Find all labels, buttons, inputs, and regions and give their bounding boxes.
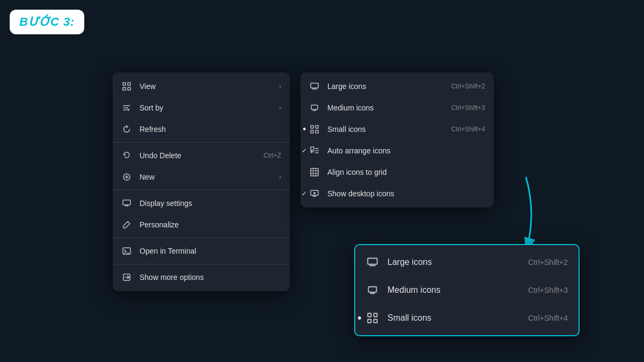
separator-3 bbox=[113, 238, 290, 238]
auto-arrange-label: Auto arrange icons bbox=[327, 146, 485, 155]
new-label: New bbox=[140, 173, 267, 181]
svg-rect-9 bbox=[311, 105, 318, 109]
menu-item-new[interactable]: New › bbox=[113, 166, 290, 188]
submenu-item-show-desktop[interactable]: ✓ Show desktop icons bbox=[301, 183, 494, 204]
menu-item-personalize[interactable]: Personalize bbox=[113, 214, 290, 235]
show-desktop-check: ✓ bbox=[302, 190, 307, 197]
zoomed-small-icon bbox=[366, 312, 379, 324]
svg-point-17 bbox=[313, 192, 316, 194]
terminal-icon bbox=[121, 246, 132, 256]
personalize-icon bbox=[121, 219, 132, 230]
submenu-item-auto-arrange[interactable]: ✓ Auto arrange icons bbox=[301, 140, 494, 161]
menu-item-sort-by[interactable]: Sort by › bbox=[113, 97, 290, 119]
svg-rect-15 bbox=[311, 168, 318, 176]
zoomed-large-icons[interactable]: Large icons Ctrl+Shift+2 bbox=[355, 248, 579, 276]
new-arrow: › bbox=[279, 173, 281, 181]
submenu-item-medium-icons[interactable]: Medium icons Ctrl+Shift+3 bbox=[301, 97, 494, 119]
zoomed-medium-label: Medium icons bbox=[387, 285, 519, 295]
menu-item-show-more[interactable]: Show more options bbox=[113, 267, 290, 288]
zoomed-medium-icons[interactable]: Medium icons Ctrl+Shift+3 bbox=[355, 276, 579, 304]
large-icons-shortcut: Ctrl+Shift+2 bbox=[451, 83, 485, 90]
small-icons-icon bbox=[309, 124, 320, 135]
svg-rect-8 bbox=[311, 83, 318, 88]
svg-rect-0 bbox=[123, 83, 126, 85]
medium-icons-shortcut: Ctrl+Shift+3 bbox=[451, 104, 485, 112]
zoomed-large-shortcut: Ctrl+Shift+2 bbox=[528, 258, 568, 267]
svg-rect-2 bbox=[123, 87, 126, 90]
zoomed-medium-icon bbox=[366, 284, 379, 297]
view-submenu: Large icons Ctrl+Shift+2 Medium icons Ct… bbox=[301, 72, 494, 208]
refresh-icon bbox=[121, 124, 132, 135]
personalize-label: Personalize bbox=[140, 220, 281, 229]
small-icons-dot: • bbox=[303, 124, 306, 134]
submenu-item-align-grid[interactable]: Align icons to grid bbox=[301, 161, 494, 183]
show-desktop-label: Show desktop icons bbox=[327, 189, 485, 198]
zoomed-small-dot: • bbox=[357, 312, 362, 324]
svg-rect-3 bbox=[128, 87, 130, 90]
svg-rect-13 bbox=[316, 130, 318, 133]
small-icons-shortcut: Ctrl+Shift+4 bbox=[451, 125, 485, 133]
left-context-menu: View › Sort by › Refresh Undo Delete Ctr… bbox=[113, 72, 290, 291]
svg-rect-23 bbox=[368, 320, 371, 323]
svg-rect-20 bbox=[369, 287, 377, 292]
step-badge: BƯỚC 3: bbox=[10, 10, 84, 34]
show-more-label: Show more options bbox=[140, 273, 281, 282]
menu-item-undo-delete[interactable]: Undo Delete Ctrl+Z bbox=[113, 145, 290, 166]
sort-arrow: › bbox=[279, 104, 281, 112]
medium-icons-icon bbox=[309, 102, 320, 113]
svg-rect-6 bbox=[123, 248, 130, 254]
separator-2 bbox=[113, 190, 290, 190]
display-icon bbox=[121, 198, 132, 209]
large-icons-label: Large icons bbox=[327, 82, 444, 91]
zoomed-small-icons[interactable]: • Small icons Ctrl+Shift+4 bbox=[355, 304, 579, 332]
svg-rect-21 bbox=[368, 313, 371, 316]
zoomed-large-label: Large icons bbox=[387, 257, 519, 267]
align-grid-icon bbox=[309, 167, 320, 178]
show-more-icon bbox=[121, 272, 132, 283]
sort-icon bbox=[121, 102, 132, 113]
zoomed-large-icon bbox=[366, 256, 379, 269]
large-icons-icon bbox=[309, 81, 320, 92]
auto-arrange-icon bbox=[309, 145, 320, 156]
menu-item-terminal[interactable]: Open in Terminal bbox=[113, 240, 290, 262]
svg-rect-11 bbox=[316, 125, 318, 128]
menu-item-refresh[interactable]: Refresh bbox=[113, 119, 290, 140]
terminal-label: Open in Terminal bbox=[140, 247, 281, 255]
svg-rect-24 bbox=[374, 320, 377, 323]
svg-rect-22 bbox=[374, 313, 377, 316]
svg-rect-12 bbox=[311, 130, 313, 133]
separator-4 bbox=[113, 264, 290, 264]
show-desktop-icon bbox=[309, 188, 320, 199]
refresh-label: Refresh bbox=[140, 125, 281, 134]
zoomed-view-submenu: Large icons Ctrl+Shift+2 Medium icons Ct… bbox=[354, 244, 580, 336]
menu-item-display-settings[interactable]: Display settings bbox=[113, 193, 290, 214]
view-arrow: › bbox=[279, 83, 281, 90]
svg-rect-10 bbox=[311, 125, 313, 128]
align-grid-label: Align icons to grid bbox=[327, 168, 485, 176]
submenu-item-large-icons[interactable]: Large icons Ctrl+Shift+2 bbox=[301, 76, 494, 97]
view-icon bbox=[121, 81, 132, 92]
separator-1 bbox=[113, 142, 290, 143]
display-settings-label: Display settings bbox=[140, 199, 281, 208]
undo-icon bbox=[121, 150, 132, 161]
svg-rect-1 bbox=[128, 83, 130, 85]
svg-rect-5 bbox=[123, 200, 130, 205]
zoomed-medium-shortcut: Ctrl+Shift+3 bbox=[528, 286, 568, 294]
medium-icons-label: Medium icons bbox=[327, 104, 444, 112]
new-icon bbox=[121, 172, 132, 182]
menu-item-view[interactable]: View › bbox=[113, 76, 290, 97]
submenu-item-small-icons[interactable]: • Small icons Ctrl+Shift+4 bbox=[301, 119, 494, 140]
undo-delete-label: Undo Delete bbox=[140, 151, 256, 160]
zoomed-small-label: Small icons bbox=[387, 313, 519, 323]
svg-rect-14 bbox=[311, 147, 314, 150]
sort-by-label: Sort by bbox=[140, 104, 267, 112]
small-icons-label: Small icons bbox=[327, 125, 444, 134]
undo-delete-shortcut: Ctrl+Z bbox=[264, 152, 281, 159]
step-badge-text: BƯỚC 3: bbox=[19, 15, 75, 29]
auto-arrange-check: ✓ bbox=[302, 147, 307, 154]
zoomed-small-shortcut: Ctrl+Shift+4 bbox=[528, 314, 568, 322]
view-label: View bbox=[140, 82, 267, 91]
svg-rect-19 bbox=[368, 258, 377, 264]
